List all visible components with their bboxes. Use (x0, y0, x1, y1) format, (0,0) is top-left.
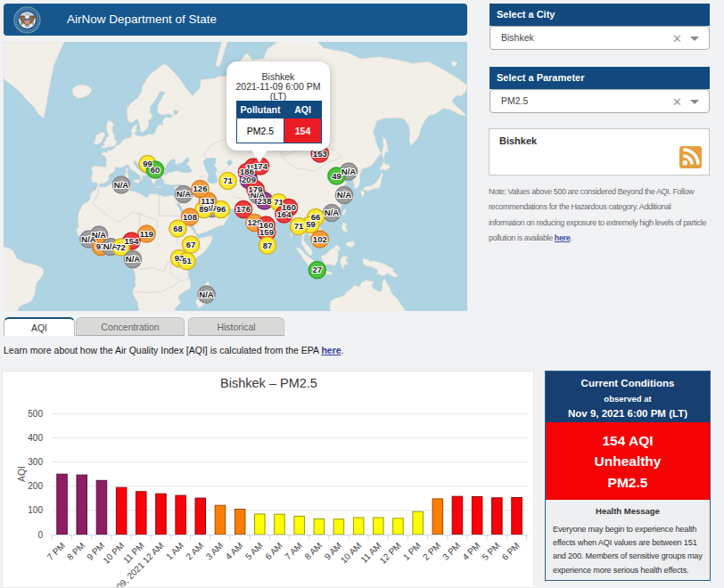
svg-text:1 PM: 1 PM (401, 541, 423, 562)
svg-text:200: 200 (28, 481, 43, 491)
svg-text:159: 159 (259, 227, 274, 237)
svg-text:3 PM: 3 PM (440, 541, 462, 562)
svg-text:71: 71 (223, 176, 233, 185)
svg-text:6 PM: 6 PM (500, 541, 522, 562)
svg-text:126: 126 (193, 184, 208, 193)
svg-text:71: 71 (294, 221, 304, 231)
svg-text:5 PM: 5 PM (480, 541, 501, 562)
svg-text:0: 0 (37, 530, 43, 540)
svg-text:5 AM: 5 AM (243, 541, 265, 562)
svg-text:8 PM: 8 PM (65, 541, 86, 562)
svg-text:67: 67 (186, 240, 196, 249)
svg-text:N/A: N/A (337, 190, 352, 200)
svg-text:108: 108 (183, 212, 197, 222)
svg-text:1 AM: 1 AM (164, 541, 185, 562)
svg-text:59: 59 (306, 219, 316, 229)
svg-text:12 PM: 12 PM (378, 541, 403, 566)
svg-text:3 AM: 3 AM (204, 541, 226, 562)
svg-text:N/A: N/A (199, 290, 214, 299)
svg-text:10 PM: 10 PM (101, 541, 126, 566)
svg-text:113: 113 (201, 196, 214, 206)
svg-text:89: 89 (199, 204, 209, 214)
svg-text:10 AM: 10 AM (339, 541, 364, 566)
svg-text:2 AM: 2 AM (184, 541, 205, 562)
svg-text:7 AM: 7 AM (283, 541, 304, 562)
svg-text:176: 176 (236, 204, 251, 214)
svg-text:27: 27 (313, 265, 323, 274)
svg-text:51: 51 (182, 256, 192, 265)
svg-text:4 PM: 4 PM (460, 541, 481, 562)
svg-text:7 PM: 7 PM (45, 541, 67, 562)
svg-text:179: 179 (249, 184, 263, 194)
svg-text:4 AM: 4 AM (224, 541, 245, 562)
svg-text:400: 400 (28, 433, 43, 443)
svg-text:2 PM: 2 PM (421, 541, 442, 562)
svg-text:100: 100 (28, 505, 43, 515)
svg-text:87: 87 (263, 241, 273, 250)
svg-text:N/A: N/A (325, 208, 340, 217)
svg-text:164: 164 (277, 209, 292, 219)
svg-text:209: 209 (242, 175, 256, 184)
svg-text:154: 154 (125, 236, 140, 246)
svg-text:N/A: N/A (114, 180, 129, 190)
svg-text:AQI: AQI (16, 466, 27, 482)
svg-text:72: 72 (116, 242, 126, 252)
svg-text:68: 68 (173, 224, 183, 233)
svg-text:N/A: N/A (81, 234, 96, 244)
svg-text:119: 119 (140, 229, 153, 239)
svg-text:102: 102 (313, 234, 327, 244)
svg-text:N/A: N/A (126, 254, 141, 264)
svg-text:49: 49 (332, 171, 341, 181)
svg-text:N/A: N/A (341, 167, 357, 176)
svg-text:8 AM: 8 AM (302, 541, 324, 562)
svg-text:238: 238 (258, 196, 272, 206)
svg-text:96: 96 (217, 204, 226, 214)
svg-text:N/A: N/A (177, 189, 192, 199)
svg-text:Bishkek – PM2.5: Bishkek – PM2.5 (220, 376, 317, 390)
svg-text:500: 500 (28, 409, 43, 419)
svg-text:60: 60 (151, 165, 160, 175)
svg-text:6 AM: 6 AM (263, 541, 284, 562)
svg-text:300: 300 (28, 457, 43, 467)
